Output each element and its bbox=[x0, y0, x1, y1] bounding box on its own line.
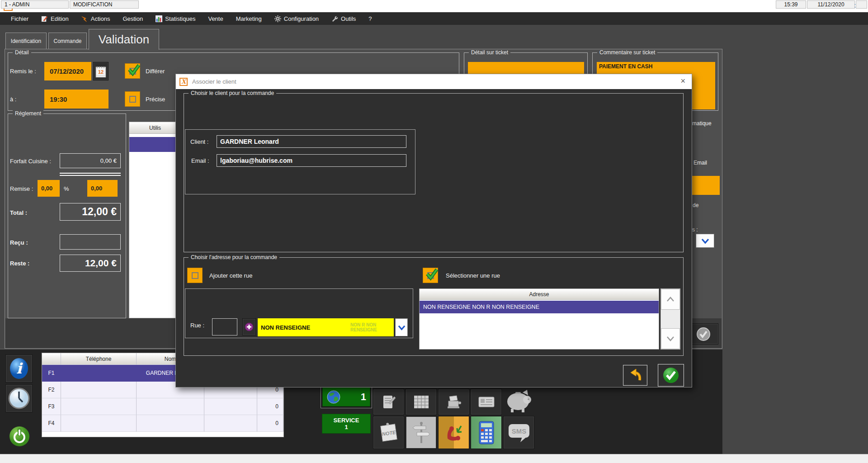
total-field: 12,00 € bbox=[60, 203, 121, 221]
clock-button[interactable] bbox=[5, 384, 33, 412]
add-street-label: Ajouter cette rue bbox=[209, 272, 252, 279]
globe-icon bbox=[326, 390, 341, 404]
actions-icon bbox=[81, 15, 88, 22]
differer-checkbox[interactable] bbox=[125, 63, 140, 79]
dialog-logo-icon: X bbox=[179, 78, 188, 86]
total-label: Total : bbox=[10, 209, 27, 216]
remise-percent-field[interactable]: 0,00 bbox=[38, 180, 60, 197]
address-list-header: Adresse bbox=[420, 289, 659, 300]
undo-arrow-icon bbox=[627, 368, 643, 383]
status-time: 15:39 bbox=[776, 0, 806, 9]
associate-client-dialog: X Associer le client × Choisir le client… bbox=[175, 74, 692, 387]
chevron-up-icon bbox=[666, 297, 675, 302]
power-button[interactable] bbox=[8, 425, 31, 448]
ticket-comment-title: Commentaire sur ticket bbox=[597, 49, 657, 56]
table-row[interactable]: F3 0 bbox=[42, 398, 283, 415]
client-email-input[interactable]: lgaboriau@hubrise.com bbox=[217, 154, 406, 167]
client-card-button[interactable] bbox=[471, 389, 502, 415]
cash-register-button[interactable] bbox=[438, 389, 469, 415]
recu-field[interactable] bbox=[60, 234, 121, 250]
menu-configuration[interactable]: Configuration bbox=[274, 15, 319, 22]
street-dropdown-button[interactable] bbox=[395, 318, 408, 336]
directions-button[interactable] bbox=[406, 416, 437, 449]
chevron-down-icon bbox=[701, 238, 709, 244]
address-list-selected-row[interactable]: NON RENSEIGNE NON R NON RENSEIGNE bbox=[420, 301, 659, 313]
clock-icon bbox=[8, 387, 30, 410]
fragment-de: de bbox=[693, 202, 698, 208]
check-circle-green-icon bbox=[662, 366, 680, 384]
calendar-picker-button[interactable]: 12 bbox=[93, 62, 108, 80]
piggy-bank-button[interactable] bbox=[503, 387, 534, 415]
edit-pencil-icon bbox=[41, 15, 48, 22]
planning-button[interactable] bbox=[406, 389, 437, 415]
dialog-close-icon[interactable]: × bbox=[680, 76, 685, 86]
address-list[interactable]: Adresse NON RENSEIGNE NON R NON RENSEIGN… bbox=[419, 288, 659, 350]
reste-field: 12,00 € bbox=[60, 255, 121, 272]
scroll-down-button[interactable] bbox=[661, 328, 680, 349]
remise-amount-field[interactable]: 0,00 bbox=[87, 180, 118, 197]
incoming-call-button[interactable] bbox=[438, 416, 469, 449]
menu-edition[interactable]: Edition bbox=[41, 15, 69, 22]
menu-fichier[interactable]: Fichier bbox=[11, 15, 28, 22]
orange-action-button-partial[interactable] bbox=[689, 176, 720, 195]
check-icon bbox=[127, 63, 141, 76]
menu-help[interactable]: ? bbox=[368, 15, 372, 22]
table-row[interactable]: F4 0 bbox=[42, 415, 283, 432]
a-label: à : bbox=[10, 96, 16, 103]
menu-gestion[interactable]: Gestion bbox=[123, 15, 143, 22]
cancel-back-button[interactable] bbox=[623, 365, 647, 386]
menu-actions[interactable]: Actions bbox=[81, 15, 110, 22]
forfait-cuisine-field[interactable]: 0,00 € bbox=[60, 153, 121, 168]
detail-group-title: Détail bbox=[13, 49, 31, 56]
sms-button[interactable]: SMS bbox=[503, 416, 534, 449]
confirm-button[interactable] bbox=[658, 364, 684, 387]
online-count: 1 bbox=[361, 391, 366, 403]
add-street-checkbox[interactable] bbox=[187, 268, 203, 283]
remis-le-label: Remis le : bbox=[10, 68, 36, 75]
status-bar bbox=[0, 454, 868, 463]
client-name-input[interactable]: GARDNER Leonard bbox=[217, 135, 406, 148]
select-street-checkbox[interactable] bbox=[423, 268, 438, 283]
calculator-button[interactable] bbox=[471, 416, 502, 449]
remise-label: Remise : bbox=[10, 185, 33, 192]
notes-button[interactable] bbox=[373, 389, 404, 415]
status-user: 1 - ADMIN bbox=[1, 0, 69, 9]
precise-checkbox[interactable] bbox=[125, 91, 140, 107]
address-list-scrollbar[interactable] bbox=[660, 288, 680, 350]
forfait-cuisine-label: Forfait Cuisine : bbox=[10, 158, 51, 165]
tab-commande[interactable]: Commande bbox=[48, 33, 87, 49]
note-button[interactable]: NOTE bbox=[373, 416, 404, 449]
menu-statistiques[interactable]: Statistiques bbox=[156, 15, 195, 22]
street-name-value: NON RENSEIGNE bbox=[261, 324, 310, 331]
grid-calendar-icon bbox=[412, 394, 430, 410]
tab-identification[interactable]: Identification bbox=[5, 33, 47, 49]
calendar-icon: 12 bbox=[95, 65, 107, 78]
check-icon bbox=[425, 267, 439, 281]
application-window: X NESTOR - 3.60.1.0 – × Fichier Edition … bbox=[0, 0, 868, 463]
menu-marketing[interactable]: Marketing bbox=[236, 15, 262, 22]
power-icon bbox=[8, 425, 31, 448]
fragment-automatique: matique bbox=[692, 120, 712, 127]
gear-icon bbox=[274, 15, 281, 22]
select-street-label: Sélectionner une rue bbox=[446, 272, 500, 279]
svg-text:12: 12 bbox=[98, 69, 104, 75]
sticky-note-icon: NOTE bbox=[378, 420, 400, 445]
delivery-date-field[interactable]: 07/12/2020 bbox=[44, 62, 91, 80]
id-card-icon bbox=[477, 395, 496, 409]
right-dropdown-button[interactable] bbox=[696, 234, 714, 248]
menu-vente[interactable]: Vente bbox=[208, 15, 223, 22]
info-button[interactable]: i bbox=[5, 354, 33, 383]
street-name-field[interactable]: NON RENSEIGNE NON R NON RENSEIGNE bbox=[258, 318, 394, 336]
validate-order-button-disabled[interactable] bbox=[688, 323, 718, 345]
add-street-button[interactable] bbox=[242, 318, 256, 335]
reste-label: Reste : bbox=[10, 260, 29, 267]
scroll-up-button[interactable] bbox=[661, 289, 680, 310]
status-mode: MODIFICATION bbox=[70, 0, 139, 9]
client-group-title: Choisir le client pour la commande bbox=[189, 90, 276, 96]
menu-outils[interactable]: Outils bbox=[331, 15, 356, 22]
street-number-input[interactable] bbox=[212, 318, 237, 335]
reglement-group-title: Réglement bbox=[13, 110, 43, 117]
separator-double-line bbox=[60, 173, 121, 176]
tab-validation[interactable]: Validation bbox=[89, 29, 159, 50]
delivery-time-field[interactable]: 19:30 bbox=[44, 90, 108, 109]
